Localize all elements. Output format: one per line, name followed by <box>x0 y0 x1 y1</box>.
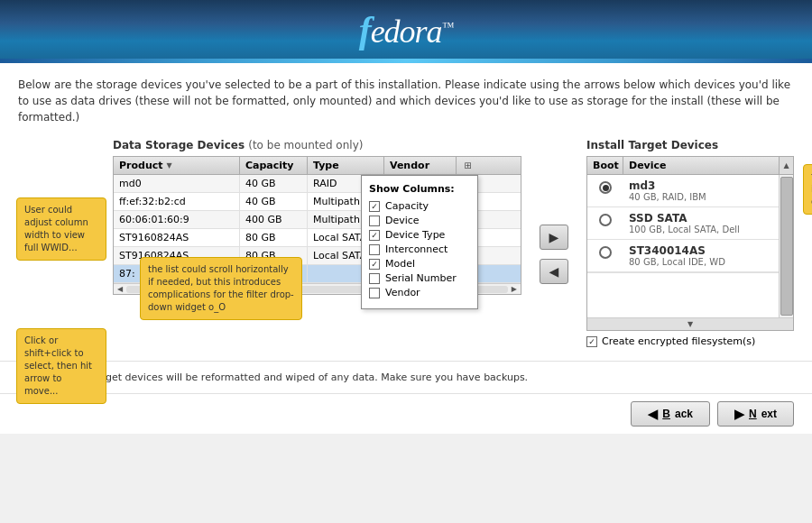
callout-scroll-note: the list could scroll horizontally if ne… <box>140 257 302 320</box>
back-label: B <box>662 408 670 420</box>
main-content: Below are the storage devices you've sel… <box>0 63 812 361</box>
it-radio-2[interactable] <box>587 244 623 267</box>
it-radio-1[interactable] <box>587 212 623 234</box>
dropdown-check-1[interactable] <box>369 216 380 226</box>
dropdown-check-5[interactable] <box>369 273 380 284</box>
bottom-bar: ◀ Back ▶ Next <box>0 393 812 434</box>
dropdown-item-3[interactable]: Interconnect <box>369 243 470 255</box>
radio-button-2[interactable] <box>599 246 612 259</box>
it-col-device: Device <box>623 157 779 174</box>
description-text: Below are the storage devices you've sel… <box>18 77 794 125</box>
cell-capacity-0: 40 GB <box>240 175 308 192</box>
encrypt-checkbox-row[interactable]: ✓ Create encrypted filesystem(s) <box>586 335 794 347</box>
it-device-1: SSD SATA 100 GB, Local SATA, Dell <box>623 212 779 234</box>
it-device-2: ST340014AS 80 GB, Local IDE, WD <box>623 244 779 267</box>
callout-boot-note: first device in list is default boot dev… <box>803 164 812 215</box>
col-header-vendor: Vendor <box>384 157 457 174</box>
move-left-button[interactable]: ◀ <box>540 259 568 284</box>
it-device-detail-0: 40 GB, RAID, IBM <box>629 192 773 202</box>
dropdown-title: Show Columns: <box>369 183 470 195</box>
dropdown-check-4[interactable]: ✓ <box>369 259 380 270</box>
it-radio-0[interactable] <box>587 179 623 202</box>
tip-text: Tip: Install target devices will be refo… <box>37 372 528 383</box>
dropdown-item-5[interactable]: Serial Number <box>369 272 470 284</box>
dropdown-label-4: Model <box>385 258 415 270</box>
it-device-0: md3 40 GB, RAID, IBM <box>623 179 779 202</box>
it-scroll-up[interactable]: ▲ <box>779 157 793 174</box>
callout-click-select: Click or shift+click to select, then hit… <box>16 328 106 404</box>
next-label-rest: ext <box>761 408 777 420</box>
columns-dropdown-popup[interactable]: Show Columns: ✓ Capacity Device ✓ Device… <box>361 175 478 309</box>
dropdown-check-0[interactable]: ✓ <box>369 201 380 212</box>
cell-product-2: 60:06:01:60:9 <box>114 211 240 228</box>
product-dropdown-arrow[interactable]: ▼ <box>167 161 172 170</box>
back-icon: ◀ <box>648 407 658 421</box>
col-header-capacity: Capacity <box>240 157 308 174</box>
right-panel-title: Install Target Devices <box>586 139 794 151</box>
columns-config-icon[interactable]: ⊞ <box>457 157 479 174</box>
encrypt-checkbox[interactable]: ✓ <box>586 336 597 347</box>
move-right-button[interactable]: ▶ <box>540 225 568 250</box>
dropdown-item-2[interactable]: ✓ Device Type <box>369 229 470 241</box>
dropdown-label-1: Device <box>385 215 420 226</box>
table-header-row: Product ▼ Capacity Type Vendor ⊞ <box>114 157 521 175</box>
it-rows: md3 40 GB, RAID, IBM SSD SATA 100 GB, Lo… <box>587 175 779 317</box>
dropdown-label-2: Device Type <box>385 229 445 241</box>
dropdown-label-3: Interconnect <box>385 243 448 255</box>
it-row-1[interactable]: SSD SATA 100 GB, Local SATA, Dell <box>587 207 779 240</box>
right-panel: Install Target Devices Boot Device ▲ <box>586 139 794 347</box>
cell-product-0: md0 <box>114 175 240 192</box>
fedora-f-mark: f <box>359 9 371 50</box>
it-scroll-side[interactable] <box>779 175 793 317</box>
cell-capacity-2: 400 GB <box>240 211 308 228</box>
scroll-right-btn[interactable]: ▶ <box>508 285 521 293</box>
it-row-2[interactable]: ST340014AS 80 GB, Local IDE, WD <box>587 240 779 272</box>
it-rows-wrapper: md3 40 GB, RAID, IBM SSD SATA 100 GB, Lo… <box>587 175 793 317</box>
back-label-rest: ack <box>675 408 693 420</box>
it-device-detail-1: 100 GB, Local SATA, Dell <box>629 225 773 234</box>
dropdown-label-0: Capacity <box>385 200 429 212</box>
it-device-name-1: SSD SATA <box>629 212 773 225</box>
it-scroll-down[interactable]: ▼ <box>587 317 793 330</box>
dropdown-item-0[interactable]: ✓ Capacity <box>369 200 470 212</box>
cell-capacity-1: 40 GB <box>240 193 308 210</box>
it-device-name-2: ST340014AS <box>629 244 773 257</box>
tip-bar: ⊗ Tip: Install target devices will be re… <box>0 361 812 393</box>
cell-product-3: ST9160824AS <box>114 229 240 246</box>
scroll-left-btn[interactable]: ◀ <box>114 285 126 293</box>
dropdown-item-4[interactable]: ✓ Model <box>369 258 470 270</box>
transfer-arrows: ▶ ◀ <box>535 161 573 347</box>
back-button[interactable]: ◀ Back <box>631 401 710 427</box>
radio-button-1[interactable] <box>599 214 612 226</box>
columns-wrapper: User could adjust column width to view f… <box>18 139 794 347</box>
next-label: N <box>749 408 757 420</box>
next-button[interactable]: ▶ Next <box>717 401 794 427</box>
dropdown-check-6[interactable] <box>369 288 380 298</box>
cell-capacity-3: 80 GB <box>240 229 308 246</box>
dropdown-check-2[interactable]: ✓ <box>369 230 380 241</box>
radio-button-0[interactable] <box>599 181 612 194</box>
col-header-type: Type <box>308 157 384 174</box>
callout-column-width: User could adjust column width to view f… <box>16 197 106 261</box>
left-panel-title: Data Storage Devices (to be mounted only… <box>113 139 521 151</box>
it-col-boot: Boot <box>587 157 623 174</box>
it-header-row: Boot Device ▲ <box>587 157 793 175</box>
it-empty-space <box>587 272 779 317</box>
dropdown-label-6: Vendor <box>385 287 420 298</box>
dropdown-check-3[interactable] <box>369 244 380 255</box>
it-device-detail-2: 80 GB, Local IDE, WD <box>629 257 773 267</box>
cell-product-1: ff:ef:32:b2:cd <box>114 193 240 210</box>
header: fedora™ <box>0 0 812 59</box>
next-icon: ▶ <box>734 407 744 421</box>
install-target-table: Boot Device ▲ md3 40 GB, RAID, IBM <box>586 156 794 331</box>
col-header-product[interactable]: Product ▼ <box>114 157 240 174</box>
it-device-name-0: md3 <box>629 179 773 192</box>
it-scroll-thumb[interactable] <box>780 177 793 316</box>
encrypt-label: Create encrypted filesystem(s) <box>602 335 755 347</box>
fedora-logo: fedora™ <box>359 8 454 51</box>
dropdown-label-5: Serial Number <box>385 272 457 284</box>
dropdown-item-1[interactable]: Device <box>369 215 470 226</box>
it-row-0[interactable]: md3 40 GB, RAID, IBM <box>587 175 779 207</box>
dropdown-item-6[interactable]: Vendor <box>369 287 470 298</box>
